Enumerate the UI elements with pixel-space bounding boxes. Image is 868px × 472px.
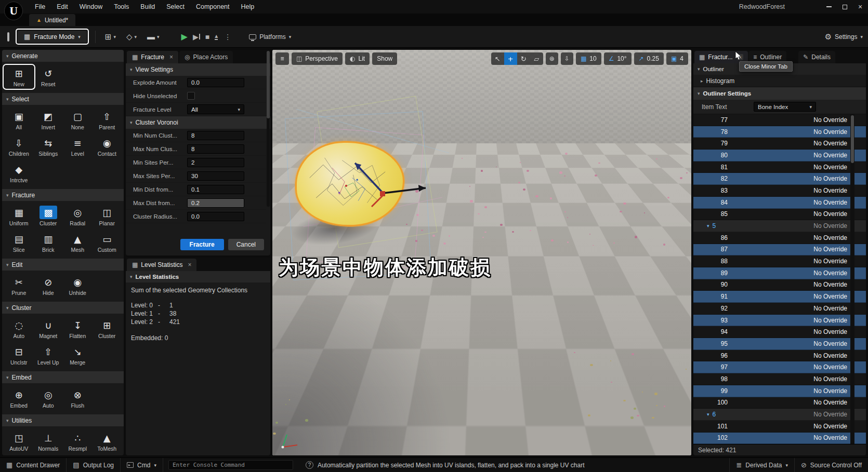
outliner-row[interactable]: 94No Override [693, 326, 866, 338]
select-tool-icon[interactable]: ↖ [491, 52, 504, 65]
outliner-row[interactable]: 86No Override [693, 232, 866, 244]
world-space-toggle[interactable]: ⊕ [546, 52, 558, 65]
close-icon[interactable]: × [169, 53, 173, 61]
tool-unhide[interactable]: ◉Unhide [63, 274, 93, 297]
tool-normals[interactable]: ⊥Normals [34, 430, 63, 453]
section-header-edit[interactable]: ▾Edit [2, 259, 124, 271]
camera-speed-control[interactable]: ▣ 4 [666, 52, 688, 65]
frame-skip-button[interactable]: ▶ [193, 33, 200, 41]
transform-gizmo[interactable] [329, 143, 438, 226]
outliner-row[interactable]: 98No Override [693, 373, 866, 385]
grid-snap-control[interactable]: ▦ 10 [576, 52, 601, 65]
outliner-row[interactable]: 79No Override [693, 138, 866, 150]
tool-level-up[interactable]: ⇧Level Up [34, 344, 63, 367]
tool-embed[interactable]: ⊕Embed [4, 387, 34, 410]
tool-merge[interactable]: ↘Merge [63, 344, 93, 367]
tool-invert[interactable]: ◩Invert [34, 109, 63, 131]
blueprints-button[interactable]: ◇▾ [123, 30, 140, 44]
number-input[interactable]: 0.1 [187, 185, 244, 194]
outliner-row[interactable]: 85No Override [693, 209, 866, 221]
number-input[interactable]: 0.0 [187, 78, 244, 87]
outliner-row[interactable]: 83No Override [693, 185, 866, 197]
section-header-cluster[interactable]: ▾Cluster [2, 302, 124, 314]
scale-tool-icon[interactable]: ▱ [530, 52, 543, 65]
menu-file[interactable]: File [29, 0, 51, 14]
tool-radial[interactable]: ◎Radial [63, 205, 93, 227]
save-button[interactable] [5, 33, 11, 41]
tool-children[interactable]: ⇩Children [4, 135, 34, 158]
tool-flatten[interactable]: ↧Flatten [63, 317, 93, 340]
tool-flush[interactable]: ⊗Flush [63, 387, 93, 410]
property-group-view-settings[interactable]: ▾View Settings [126, 63, 270, 76]
outliner-row[interactable]: 90No Override [693, 279, 866, 291]
add-actor-button[interactable]: ⊞▾ [102, 30, 119, 44]
outliner-row[interactable]: 95No Override [693, 338, 866, 350]
number-input[interactable]: 8 [187, 131, 244, 140]
tool-auto[interactable]: ◌Auto [4, 317, 34, 340]
surface-snap-toggle[interactable]: ⇩ [561, 52, 573, 65]
outliner-scrollbar[interactable] [850, 114, 854, 444]
tool-siblings[interactable]: ⇆Siblings [34, 135, 63, 158]
menu-edit[interactable]: Edit [51, 0, 74, 14]
menu-help[interactable]: Help [235, 0, 260, 14]
settings-dropdown[interactable]: ⚙ Settings ▾ [825, 32, 863, 42]
outliner-row[interactable]: 92No Override [693, 303, 866, 315]
section-header-utilities[interactable]: ▾Utilities [2, 414, 124, 426]
cinematics-button[interactable]: ▬▾ [144, 30, 163, 43]
outliner-row[interactable]: 78No Override [693, 126, 866, 138]
tool-level[interactable]: ≡Level [63, 135, 93, 158]
tool-none[interactable]: ▢None [63, 109, 93, 131]
scale-snap-control[interactable]: ↗ 0.25 [634, 52, 664, 65]
outliner-group-row[interactable]: ▾5No Override [693, 220, 866, 232]
outliner-row[interactable]: 96No Override [693, 350, 866, 362]
outliner-row[interactable]: 80No Override [693, 150, 866, 161]
move-tool-icon[interactable]: + [504, 52, 517, 65]
tool-magnet[interactable]: ∪Magnet [34, 317, 63, 340]
restore-button[interactable] [837, 0, 852, 14]
outliner-row[interactable]: 84No Override [693, 197, 866, 209]
section-header-generate[interactable]: ▾Generate [2, 50, 124, 62]
number-input[interactable]: 30 [187, 171, 244, 181]
derived-data-button[interactable]: ≣ Derived Data ▾ [729, 458, 794, 472]
tool-custom[interactable]: ▭Custom [93, 231, 122, 254]
close-button[interactable]: × [852, 0, 868, 14]
tab-fracture[interactable]: ▦ Fracture × [127, 51, 178, 63]
show-dropdown[interactable]: Show [372, 52, 397, 65]
fracture-button[interactable]: Fracture [180, 239, 224, 250]
tool-slice[interactable]: ▤Slice [4, 231, 34, 254]
tool-all[interactable]: ▣All [4, 109, 34, 131]
property-group-cluster-voronoi[interactable]: ▾Cluster Voronoi [126, 116, 270, 129]
tab-details[interactable]: ✎ Details [798, 51, 835, 63]
tool-cluster[interactable]: ▩Cluster [34, 205, 63, 227]
outliner-row[interactable]: 100No Override [693, 397, 866, 409]
menu-window[interactable]: Window [74, 0, 108, 14]
outliner-row[interactable]: 102No Override [693, 433, 866, 444]
eject-button[interactable]: ▴ [215, 33, 218, 40]
outliner-row[interactable]: 97No Override [693, 361, 866, 373]
fracture-panel-scrollbar[interactable] [267, 51, 270, 207]
collapse-arrow-icon[interactable]: ▾ [707, 412, 709, 417]
tool-unclstr[interactable]: ⊟Unclstr [4, 344, 34, 367]
tool-reset[interactable]: ↺Reset [34, 65, 63, 88]
number-input[interactable]: 8 [187, 144, 244, 154]
content-drawer-button[interactable]: ▦ Content Drawer [0, 458, 67, 472]
unreal-logo[interactable]: U [4, 2, 23, 20]
menu-build[interactable]: Build [135, 0, 161, 14]
menu-tools[interactable]: Tools [108, 0, 135, 14]
outliner-group-row[interactable]: ▾6No Override [693, 409, 866, 421]
outliner-row[interactable]: 77No Override [693, 114, 866, 126]
tab-level-statistics[interactable]: ▦ Level Statistics × [127, 259, 196, 271]
tool-parent[interactable]: ⇧Parent [93, 109, 122, 131]
cmd-dropdown[interactable]: Cmd ▾ [121, 458, 163, 472]
menu-select[interactable]: Select [161, 0, 190, 14]
tool-resmpl[interactable]: ∴Resmpl [63, 430, 93, 453]
tool-hide[interactable]: ⊘Hide [34, 274, 63, 297]
tool-uniform[interactable]: ▦Uniform [4, 205, 34, 227]
close-icon[interactable]: × [188, 261, 191, 268]
tool-new[interactable]: ⊞New [4, 65, 34, 88]
tool-prune[interactable]: ✂Prune [4, 274, 34, 297]
dropdown[interactable]: All▾ [187, 104, 244, 114]
section-header-fracture[interactable]: ▾Fracture [2, 189, 124, 201]
outliner-row[interactable]: 99No Override [693, 385, 866, 397]
outliner-row[interactable]: 93No Override [693, 315, 866, 327]
